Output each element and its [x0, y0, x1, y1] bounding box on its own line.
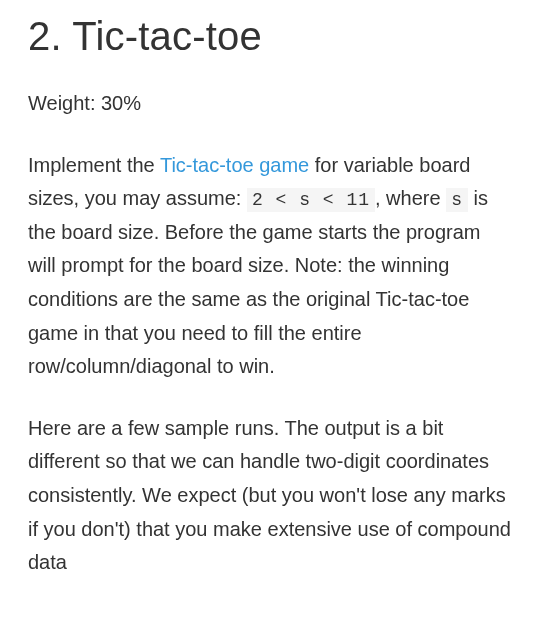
intro-paragraph: Implement the Tic-tac-toe game for varia…	[28, 149, 512, 384]
sample-runs-paragraph: Here are a few sample runs. The output i…	[28, 412, 512, 580]
intro-text-4: is the board size. Before the game start…	[28, 187, 488, 377]
intro-text-1: Implement the	[28, 154, 160, 176]
code-range: 2 < s < 11	[247, 188, 375, 212]
tic-tac-toe-link[interactable]: Tic-tac-toe game	[160, 154, 309, 176]
weight-paragraph: Weight: 30%	[28, 87, 512, 121]
intro-text-3: , where	[375, 187, 446, 209]
section-heading: 2. Tic-tac-toe	[28, 14, 512, 59]
code-variable-s: s	[446, 188, 468, 212]
